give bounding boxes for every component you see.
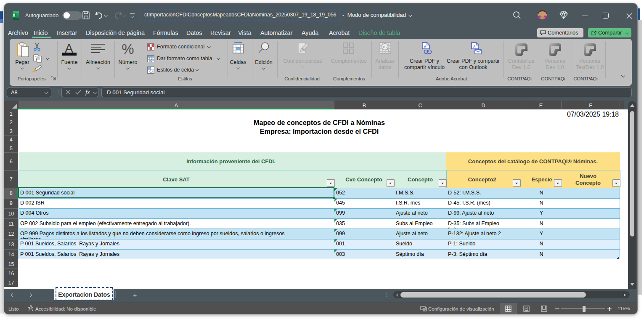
svg-text:A: A <box>424 45 426 48</box>
svg-text:X: X <box>13 13 16 18</box>
svg-text:A: A <box>473 45 475 48</box>
